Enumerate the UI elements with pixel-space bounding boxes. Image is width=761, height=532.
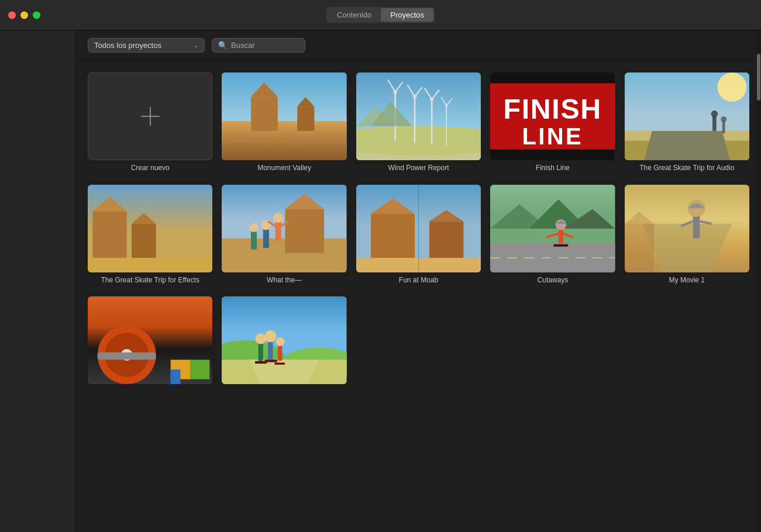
svg-rect-54	[92, 211, 126, 257]
maximize-button[interactable]	[33, 11, 40, 19]
skate-effects-thumb	[88, 185, 212, 272]
project-title-finish: Finish Line	[536, 164, 570, 173]
svg-rect-38	[490, 150, 615, 160]
projects-grid: Crear nuevo	[88, 72, 749, 388]
svg-rect-65	[276, 221, 281, 240]
project-item-skate-audio[interactable]: The Great Skate Trip for Audio	[625, 72, 749, 173]
project-title-new: Crear nuevo	[131, 164, 170, 173]
project-title-monument: Monument Valley	[257, 164, 311, 173]
main-content: Todos los proyectos ⌄ 🔍 Buscar Crear nue…	[76, 30, 761, 532]
svg-rect-49	[712, 116, 717, 131]
scrollbar-thumb	[757, 54, 760, 101]
skate3-thumb	[88, 296, 212, 384]
chevron-down-icon: ⌄	[194, 42, 198, 49]
svg-rect-86	[554, 244, 569, 246]
project-filter-label: Todos los proyectos	[94, 41, 161, 50]
svg-point-111	[265, 331, 277, 343]
project-item-skate-effects[interactable]: The Great Skate Trip for Effects	[88, 185, 212, 285]
svg-rect-58	[88, 258, 212, 272]
project-item-monument[interactable]: Monument Valley	[222, 72, 346, 173]
cutaways-thumb	[490, 185, 615, 272]
sidebar	[0, 30, 76, 532]
svg-rect-103	[190, 360, 209, 379]
svg-rect-112	[278, 346, 283, 361]
wind-thumb	[356, 72, 481, 160]
svg-rect-104	[171, 369, 181, 384]
monument-thumb	[222, 72, 346, 160]
project-item-skate3[interactable]	[88, 296, 212, 388]
new-project-thumb	[88, 72, 212, 160]
project-item-new[interactable]: Crear nuevo	[88, 72, 212, 173]
svg-rect-37	[490, 72, 615, 83]
svg-rect-91	[693, 214, 700, 239]
svg-rect-69	[251, 231, 257, 250]
svg-rect-3	[222, 121, 346, 160]
svg-rect-61	[285, 209, 325, 253]
project-title-wind: Wind Power Report	[388, 164, 449, 173]
svg-rect-74	[429, 221, 463, 262]
app-layout: Todos los proyectos ⌄ 🔍 Buscar Crear nue…	[0, 30, 761, 532]
close-button[interactable]	[8, 11, 16, 19]
family-thumb	[222, 296, 346, 384]
projects-grid-scroll[interactable]: Crear nuevo	[76, 61, 761, 532]
svg-rect-110	[268, 340, 273, 360]
traffic-lights	[8, 11, 40, 19]
project-filter-select[interactable]: Todos los proyectos ⌄	[88, 38, 205, 53]
svg-text:LINE: LINE	[522, 123, 583, 149]
svg-point-115	[256, 334, 266, 344]
moab-thumb	[356, 185, 481, 272]
project-item-finish[interactable]: FINISH LINE Finish Line	[490, 72, 615, 173]
svg-rect-4	[251, 97, 278, 131]
svg-text:FINISH: FINISH	[504, 93, 602, 125]
tab-contenido[interactable]: Contenido	[328, 8, 381, 22]
search-icon: 🔍	[218, 41, 228, 50]
svg-rect-51	[722, 121, 725, 133]
project-title-cutaways: Cutaways	[538, 276, 569, 285]
svg-rect-114	[259, 343, 263, 361]
finish-thumb: FINISH LINE	[490, 72, 615, 160]
svg-rect-56	[132, 223, 156, 257]
mymovie-thumb	[625, 185, 749, 272]
plus-icon	[139, 105, 162, 128]
toolbar: Todos los proyectos ⌄ 🔍 Buscar	[76, 30, 761, 61]
project-item-moab[interactable]: Fun at Moab	[356, 185, 481, 285]
scrollbar[interactable]	[756, 30, 761, 532]
svg-point-50	[711, 110, 718, 118]
svg-rect-72	[371, 214, 415, 262]
project-title-skate-audio: The Great Skate Trip for Audio	[639, 164, 734, 173]
titlebar: Contenido Proyectos	[0, 0, 761, 30]
svg-rect-84	[559, 229, 563, 243]
project-title-mymovie: My Movie 1	[669, 276, 705, 285]
tab-group: Contenido Proyectos	[326, 7, 435, 23]
svg-point-66	[274, 213, 284, 223]
project-item-wind[interactable]: Wind Power Report	[356, 72, 481, 173]
svg-rect-117	[274, 363, 285, 365]
svg-point-45	[717, 72, 746, 102]
svg-rect-101	[98, 353, 156, 360]
project-title-moab: Fun at Moab	[399, 276, 438, 285]
svg-point-70	[250, 223, 259, 232]
svg-rect-60	[222, 238, 346, 272]
project-title-what: What the—	[267, 276, 302, 285]
search-bar[interactable]: 🔍 Buscar	[212, 38, 305, 53]
svg-marker-48	[644, 131, 730, 160]
what-thumb	[222, 185, 346, 272]
svg-point-13	[356, 126, 481, 156]
svg-point-113	[276, 337, 285, 346]
svg-rect-2	[222, 72, 346, 121]
skate-audio-thumb	[625, 72, 749, 160]
project-item-mymovie[interactable]: My Movie 1	[625, 185, 749, 285]
search-placeholder: Buscar	[231, 41, 254, 50]
project-item-cutaways[interactable]: Cutaways	[490, 185, 615, 285]
svg-rect-95	[625, 223, 654, 272]
minimize-button[interactable]	[20, 11, 28, 19]
svg-rect-118	[255, 361, 267, 364]
svg-rect-63	[263, 229, 269, 248]
svg-point-52	[721, 116, 726, 122]
project-item-family[interactable]	[222, 296, 346, 388]
svg-point-92	[687, 199, 705, 217]
project-item-what[interactable]: What the—	[222, 185, 346, 285]
svg-rect-6	[298, 106, 315, 131]
tab-proyectos[interactable]: Proyectos	[381, 8, 433, 22]
project-title-skate-effects: The Great Skate Trip for Effects	[101, 276, 199, 285]
